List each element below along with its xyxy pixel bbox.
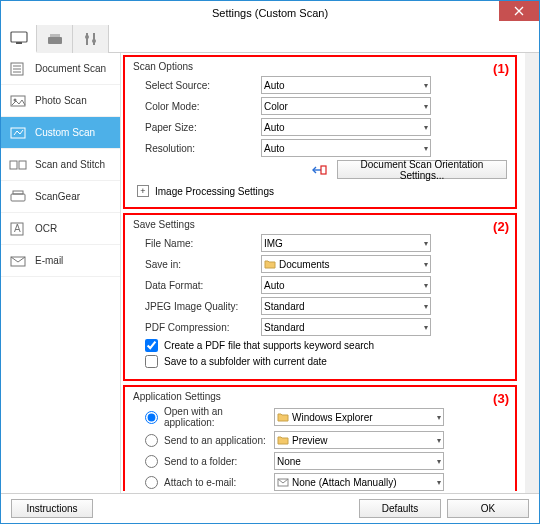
- pdf-keyword-checkbox[interactable]: [145, 339, 158, 352]
- open-with-radio[interactable]: [145, 411, 158, 424]
- chevron-down-icon: ▾: [424, 144, 428, 153]
- window-title: Settings (Custom Scan): [212, 7, 328, 19]
- label: Data Format:: [145, 280, 255, 291]
- section-marker: (3): [493, 391, 509, 406]
- preview-icon: [277, 434, 289, 446]
- image-processing-expand[interactable]: + Image Processing Settings: [137, 185, 507, 197]
- mail-icon: [277, 476, 289, 488]
- label: PDF Compression:: [145, 322, 255, 333]
- document-icon: [9, 62, 27, 76]
- pdf-compression-dropdown[interactable]: Standard▾: [261, 318, 431, 336]
- chevron-down-icon: ▾: [424, 260, 428, 269]
- chevron-down-icon: ▾: [437, 436, 441, 445]
- svg-rect-17: [11, 194, 25, 201]
- toolbar: [1, 25, 539, 53]
- stitch-icon: [9, 158, 27, 172]
- chevron-down-icon: ▾: [424, 239, 428, 248]
- defaults-button[interactable]: Defaults: [359, 499, 441, 518]
- chevron-down-icon: ▾: [424, 323, 428, 332]
- label: Resolution:: [145, 143, 255, 154]
- scangear-icon: [9, 190, 27, 204]
- svg-rect-22: [321, 166, 326, 174]
- vertical-scrollbar[interactable]: [525, 53, 539, 493]
- chevron-down-icon: ▾: [437, 457, 441, 466]
- tab-scan-from-panel[interactable]: [37, 25, 73, 53]
- section-save-settings: (2) Save Settings File Name: IMG▾ Save i…: [123, 213, 517, 381]
- sidebar-item-scan-and-stitch[interactable]: Scan and Stitch: [1, 149, 120, 181]
- svg-rect-3: [50, 34, 60, 37]
- tab-general-settings[interactable]: [73, 25, 109, 53]
- label: Color Mode:: [145, 101, 255, 112]
- label: Paper Size:: [145, 122, 255, 133]
- send-to-folder-radio[interactable]: [145, 455, 158, 468]
- sidebar-item-scangear[interactable]: ScanGear: [1, 181, 120, 213]
- sidebar-item-custom-scan[interactable]: Custom Scan: [1, 117, 120, 149]
- attach-email-radio[interactable]: [145, 476, 158, 489]
- checkbox-label: Create a PDF file that supports keyword …: [164, 340, 374, 351]
- sidebar-item-label: Photo Scan: [35, 95, 87, 106]
- svg-point-7: [92, 39, 96, 43]
- svg-rect-2: [48, 37, 62, 44]
- sidebar-item-label: Custom Scan: [35, 127, 95, 138]
- sidebar-item-ocr[interactable]: A OCR: [1, 213, 120, 245]
- group-title: Scan Options: [133, 61, 507, 72]
- titlebar: Settings (Custom Scan): [1, 1, 539, 25]
- open-with-dropdown[interactable]: Windows Explorer▾: [274, 408, 444, 426]
- ok-button[interactable]: OK: [447, 499, 529, 518]
- chevron-down-icon: ▾: [424, 281, 428, 290]
- checkbox-label: Save to a subfolder with current date: [164, 356, 327, 367]
- color-mode-dropdown[interactable]: Color▾: [261, 97, 431, 115]
- chevron-down-icon: ▾: [424, 302, 428, 311]
- folder-icon: [264, 258, 276, 270]
- group-title: Save Settings: [133, 219, 507, 230]
- label: File Name:: [145, 238, 255, 249]
- svg-text:A: A: [14, 223, 21, 234]
- svg-rect-16: [19, 161, 26, 169]
- label: JPEG Image Quality:: [145, 301, 255, 312]
- sidebar-item-document-scan[interactable]: Document Scan: [1, 53, 120, 85]
- sidebar-item-photo-scan[interactable]: Photo Scan: [1, 85, 120, 117]
- paper-size-dropdown[interactable]: Auto▾: [261, 118, 431, 136]
- file-name-combo[interactable]: IMG▾: [261, 234, 431, 252]
- section-marker: (2): [493, 219, 509, 234]
- select-source-dropdown[interactable]: Auto▾: [261, 76, 431, 94]
- send-to-folder-dropdown[interactable]: None▾: [274, 452, 444, 470]
- svg-rect-14: [11, 128, 25, 138]
- orientation-settings-button[interactable]: Document Scan Orientation Settings...: [337, 160, 507, 179]
- svg-rect-15: [10, 161, 17, 169]
- data-format-dropdown[interactable]: Auto▾: [261, 276, 431, 294]
- svg-rect-0: [11, 32, 27, 42]
- sidebar: Document Scan Photo Scan Custom Scan Sca…: [1, 53, 121, 493]
- section-scan-options: (1) Scan Options Select Source: Auto▾ Co…: [123, 55, 517, 209]
- photo-icon: [9, 94, 27, 108]
- chevron-down-icon: ▾: [424, 81, 428, 90]
- tab-scan-from-computer[interactable]: [1, 25, 37, 53]
- attach-email-dropdown[interactable]: None (Attach Manually)▾: [274, 473, 444, 491]
- sidebar-item-label: Document Scan: [35, 63, 106, 74]
- save-in-dropdown[interactable]: Documents▾: [261, 255, 431, 273]
- chevron-down-icon: ▾: [424, 123, 428, 132]
- close-button[interactable]: [499, 1, 539, 21]
- send-to-app-radio[interactable]: [145, 434, 158, 447]
- svg-rect-1: [16, 42, 22, 44]
- jpeg-quality-dropdown[interactable]: Standard▾: [261, 297, 431, 315]
- instructions-button[interactable]: Instructions: [11, 499, 93, 518]
- custom-icon: [9, 126, 27, 140]
- section-marker: (1): [493, 61, 509, 76]
- plus-icon: +: [137, 185, 149, 197]
- email-icon: [9, 254, 27, 268]
- label: Attach to e-mail:: [164, 477, 268, 488]
- send-to-app-dropdown[interactable]: Preview▾: [274, 431, 444, 449]
- rotate-icon: [311, 163, 327, 177]
- sidebar-item-label: ScanGear: [35, 191, 80, 202]
- footer: Instructions Defaults OK: [1, 493, 539, 523]
- ocr-icon: A: [9, 222, 27, 236]
- svg-point-6: [85, 35, 89, 39]
- subfolder-checkbox[interactable]: [145, 355, 158, 368]
- section-application-settings: (3) Application Settings Open with an ap…: [123, 385, 517, 491]
- label: Open with an application:: [164, 406, 268, 428]
- svg-rect-18: [13, 191, 23, 194]
- resolution-dropdown[interactable]: Auto▾: [261, 139, 431, 157]
- expand-label: Image Processing Settings: [155, 186, 274, 197]
- sidebar-item-email[interactable]: E-mail: [1, 245, 120, 277]
